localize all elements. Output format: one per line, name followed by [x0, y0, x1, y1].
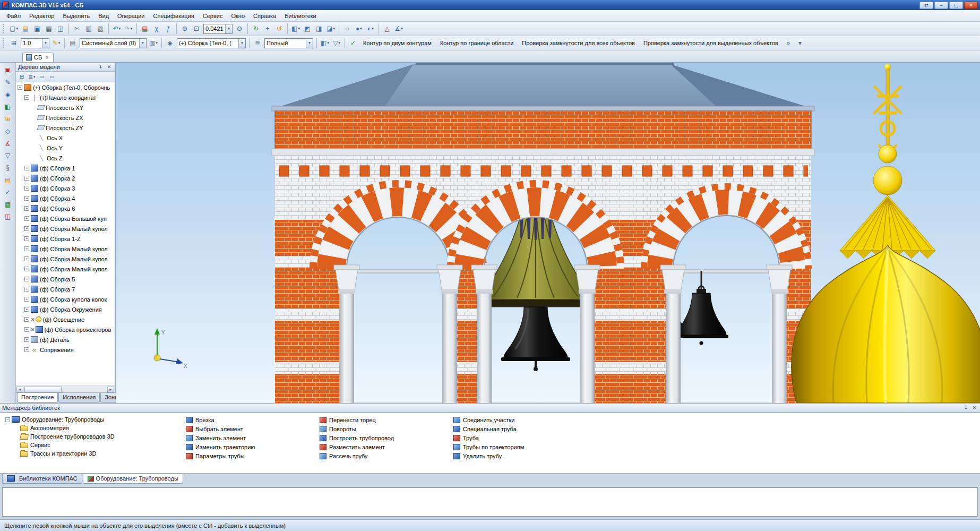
expander-icon[interactable]: + — [24, 206, 29, 211]
close-button[interactable]: ✕ — [964, 2, 978, 9]
edit-context-button[interactable]: ◈ — [164, 38, 176, 49]
new-document-button[interactable]: ▢▾ — [8, 23, 20, 35]
pin-icon[interactable]: ↧ — [962, 405, 969, 410]
tree-item[interactable]: Ось Y — [16, 143, 115, 153]
library-command-item[interactable]: Труба — [453, 433, 563, 442]
chevron-down-icon[interactable]: ▾ — [360, 27, 362, 31]
menu-item-4[interactable]: Операции — [113, 11, 149, 21]
refresh-view-button[interactable]: ↻ — [250, 23, 262, 35]
chevron-down-icon[interactable]: ▾ — [306, 39, 313, 48]
expander-icon[interactable]: + — [24, 176, 29, 181]
tree-item[interactable]: +✕(ф) Освещение — [16, 314, 115, 324]
menu-item-0[interactable]: Файл — [2, 11, 25, 21]
expander-icon[interactable]: + — [24, 337, 29, 342]
close-icon[interactable]: ✕ — [106, 64, 113, 70]
chevron-down-icon[interactable]: ▾ — [372, 27, 374, 31]
menu-item-6[interactable]: Сервис — [199, 11, 227, 21]
panel-measure-button[interactable]: ∡ — [2, 138, 14, 149]
expander-icon[interactable]: + — [24, 216, 29, 221]
library-command-item[interactable]: Врезка — [186, 415, 295, 424]
undo-button[interactable]: ↶▾ — [111, 23, 123, 35]
tree-item[interactable]: +(ф) Сборка Большой куп — [16, 213, 115, 224]
toolbar-grip[interactable] — [3, 38, 6, 48]
orientation-isometric-button[interactable]: ◩ — [302, 23, 313, 35]
library-command-item[interactable]: Специальная труба — [453, 424, 563, 433]
print-preview-button[interactable]: ◫ — [55, 23, 66, 35]
menu-item-9[interactable]: Библиотеки — [280, 11, 321, 21]
panel-specification-button[interactable]: § — [2, 162, 14, 173]
chevron-down-icon[interactable]: ▾ — [401, 27, 403, 31]
paste-button[interactable]: ▧ — [94, 23, 106, 35]
expander-icon[interactable]: − — [24, 95, 29, 100]
menu-item-3[interactable]: Вид — [94, 11, 113, 21]
tree-item[interactable]: +(ф) Сборка 6 — [16, 203, 115, 213]
library-manager-button[interactable]: ▤ — [139, 23, 151, 35]
maximize-button[interactable]: ▢ — [949, 2, 963, 9]
detail-level-icon-button[interactable]: ≣ — [252, 38, 263, 49]
library-command-item[interactable]: Разместить элемент — [320, 442, 429, 451]
library-command-item[interactable]: Изменить траекторию — [186, 442, 295, 451]
menu-item-8[interactable]: Справка — [249, 11, 280, 21]
detail-level[interactable]: Полный▾ — [264, 38, 313, 48]
expander-icon[interactable]: + — [24, 246, 29, 251]
section-view-button[interactable]: △ — [381, 23, 393, 35]
library-command-item[interactable]: Трубы по траекториям — [453, 442, 563, 451]
toolbar-customize-button[interactable]: ▾ — [794, 38, 806, 49]
scrollbar-thumb[interactable] — [24, 387, 62, 392]
chevron-down-icon[interactable]: ▾ — [16, 27, 18, 31]
expander-icon[interactable]: + — [24, 196, 29, 201]
panel-curves-button[interactable]: ◈ — [2, 89, 14, 100]
layers-dialog-button[interactable]: ▤ — [67, 38, 79, 49]
panel-filters-button[interactable]: ▽ — [2, 150, 14, 161]
library-command-item[interactable]: Заменить элемент — [186, 433, 295, 442]
library-command-item[interactable]: Перенести торец — [320, 415, 429, 424]
tree-item[interactable]: +(ф) Сборка 2 — [16, 173, 115, 183]
check-closure-all-button[interactable]: Проверка замкнутости для всех объектов — [518, 38, 639, 48]
library-command-item[interactable]: Параметры трубы — [186, 451, 295, 460]
library-folder-item[interactable]: Сервис — [3, 441, 178, 449]
menu-item-1[interactable]: Редактор — [25, 11, 58, 21]
expander-icon[interactable]: + — [24, 236, 29, 241]
panel-surfaces-button[interactable]: ◧ — [2, 101, 14, 112]
menu-item-2[interactable]: Выделить — [58, 11, 94, 21]
panel-reports-button[interactable]: ▤ — [2, 174, 14, 185]
contour-region-boundary-button[interactable]: Контур по границе области — [436, 38, 518, 48]
expander-icon[interactable]: + — [24, 186, 29, 191]
zoom-in-button[interactable]: ⊕ — [179, 23, 191, 35]
chevron-down-icon[interactable]: ▾ — [225, 24, 232, 33]
tree-display-mode-button[interactable]: ≣▾ — [27, 73, 37, 81]
filter-options-button[interactable]: ▽▾ — [331, 38, 342, 49]
tree-item[interactable]: Ось Z — [16, 153, 115, 163]
tree-item[interactable]: +(ф) Сборка 7 — [16, 284, 115, 294]
rotate-view-button[interactable]: ↺ — [273, 23, 285, 35]
panel-macro-button[interactable]: ◫ — [2, 211, 14, 222]
current-layer[interactable]: Системный слой (0)▾ — [80, 38, 147, 48]
contour-tool-button[interactable]: ✓ — [347, 38, 359, 49]
current-assembly[interactable]: (+) Сборка (Тел-0, (▾ — [177, 38, 246, 48]
library-tab-0[interactable]: Библиотеки КОМПАС — [2, 474, 82, 484]
minimize-button[interactable]: – — [934, 2, 948, 9]
expander-icon[interactable]: − — [5, 417, 10, 422]
expander-icon[interactable]: + — [24, 277, 29, 281]
expander-icon[interactable]: − — [18, 85, 22, 90]
library-folder-item[interactable]: −Оборудование: Трубопроводы — [3, 415, 178, 424]
library-command-item[interactable]: Выбрать элемент — [186, 424, 295, 433]
grid-snap-button[interactable]: ⊞ — [8, 38, 20, 49]
tree-item[interactable]: Плоскость ZX — [16, 113, 115, 123]
tree-item[interactable]: +Сопряжения — [16, 345, 115, 355]
tree-item[interactable]: Плоскость XY — [16, 102, 115, 113]
redo-button[interactable]: ↷▾ — [123, 23, 134, 35]
orientation-custom-button[interactable]: ◪▾ — [325, 23, 337, 35]
chevron-down-icon[interactable]: ▾ — [238, 39, 245, 48]
tree-item[interactable]: +(ф) Сборка Окружения — [16, 304, 115, 314]
panel-design-elements-button[interactable]: ✓ — [2, 186, 14, 198]
chevron-down-icon[interactable]: ▾ — [42, 39, 49, 48]
tree-horizontal-scrollbar[interactable]: ◄ ► — [16, 386, 115, 392]
display-wireframe-button[interactable]: ○ — [341, 23, 353, 35]
tree-item[interactable]: +(ф) Сборка 1 — [16, 163, 115, 173]
tree-item[interactable]: −(+) Сборка (Тел-0, Сборочнь — [16, 82, 115, 92]
function-editor-button[interactable]: ƒ — [162, 23, 174, 35]
display-shaded-button[interactable]: ●▾ — [353, 23, 365, 35]
tree-item[interactable]: +(ф) Сборка Малый купол — [16, 244, 115, 254]
expander-icon[interactable]: + — [24, 166, 29, 170]
